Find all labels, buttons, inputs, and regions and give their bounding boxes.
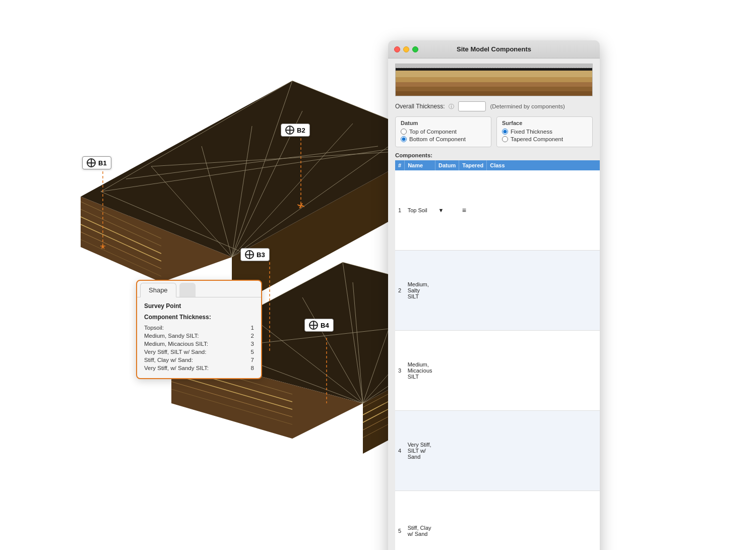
table-row[interactable]: 1 Top Soil ▼ ≡ Topsoil MT — [395, 170, 600, 251]
survey-point-b4: B4 — [304, 319, 334, 332]
datum-option-0[interactable]: Top of Component — [401, 129, 486, 135]
cell-tapered — [459, 331, 487, 411]
cell-num: 2 — [395, 251, 405, 331]
surface-option-label-0: Fixed Thickness — [511, 129, 552, 135]
popup-sub-title: Component Thickness: — [144, 314, 254, 321]
thickness-row-1: Medium, Sandy SILT: 2 — [144, 332, 254, 340]
determined-by-note: (Determined by components) — [490, 103, 564, 109]
cell-datum — [435, 411, 459, 491]
cell-tapered — [459, 491, 487, 551]
thickness-label: Very Stiff, SILT w/ Sand: — [144, 349, 206, 355]
thickness-row-4: Stiff, Clay w/ Sand: 7 — [144, 356, 254, 364]
dialog-title-bar: Site Model Components — [388, 40, 600, 58]
tab-other[interactable] — [179, 283, 196, 297]
cell-name: Top Soil — [405, 170, 435, 251]
table-row[interactable]: 5 Stiff, Clay w/ Sand Red Brown Lean Cla… — [395, 491, 600, 551]
cell-class — [487, 491, 600, 551]
datum-option-label-1: Bottom of Component — [409, 136, 466, 142]
cell-class — [487, 331, 600, 411]
table-header-row: # Name Datum Tapered Class Material — [395, 160, 600, 170]
surface-option-label-1: Tapered Component — [511, 136, 563, 142]
thickness-value: 3 — [251, 341, 254, 347]
datum-radio-top[interactable] — [401, 129, 407, 135]
datum-radio-bottom[interactable] — [401, 136, 407, 142]
crosshair-icon — [87, 158, 96, 167]
minimize-button[interactable] — [403, 46, 409, 52]
cell-name: Medium, Micacious SILT — [405, 331, 435, 411]
cell-datum — [435, 251, 459, 331]
site-model-components-dialog: Site Model Components Overall Thickness:… — [388, 40, 600, 550]
datum-option-1[interactable]: Bottom of Component — [401, 136, 486, 142]
thickness-label: Medium, Micacious SILT: — [144, 341, 208, 347]
popup-section-title: Survey Point — [144, 302, 254, 310]
datum-surface-row: Datum Top of Component Bottom of Compone… — [395, 116, 593, 147]
thickness-row-2: Medium, Micacious SILT: 3 — [144, 340, 254, 348]
surface-label: Surface — [502, 120, 587, 126]
thickness-value: 2 — [251, 333, 254, 339]
popup-body: Survey Point Component Thickness: Topsoi… — [137, 297, 261, 378]
thickness-label: Stiff, Clay w/ Sand: — [144, 357, 193, 363]
cell-num: 4 — [395, 411, 405, 491]
components-label: Components: — [395, 152, 593, 158]
table-row[interactable]: 3 Medium, Micacious SILT Micacious Silt … — [395, 331, 600, 411]
surface-option-0[interactable]: Fixed Thickness — [502, 129, 587, 135]
overall-thickness-row: Overall Thickness: ⓘ (Determined by comp… — [395, 101, 593, 111]
col-header-num: # — [395, 160, 405, 170]
cell-num: 1 — [395, 170, 405, 251]
components-table: # Name Datum Tapered Class Material 1 To… — [395, 160, 600, 550]
dialog-body: Overall Thickness: ⓘ (Determined by comp… — [388, 58, 600, 550]
survey-label-text: B4 — [321, 322, 329, 329]
thickness-row-5: Very Stiff, w/ Sandy SILT: 8 — [144, 364, 254, 372]
cell-datum: ▼ — [435, 170, 459, 251]
col-header-name: Name — [405, 160, 435, 170]
cell-num: 5 — [395, 491, 405, 551]
survey-label-text: B3 — [257, 251, 265, 259]
table-body: 1 Top Soil ▼ ≡ Topsoil MT 2 Medium, Salt… — [395, 170, 600, 550]
close-button[interactable] — [394, 46, 400, 52]
survey-point-b2: B2 — [281, 124, 310, 137]
cell-name: Very Stiff, SILT w/ Sand — [405, 411, 435, 491]
surface-radio-tapered[interactable] — [502, 136, 508, 142]
thickness-label: Topsoil: — [144, 325, 164, 331]
surface-option-1[interactable]: Tapered Component — [502, 136, 587, 142]
surface-radio-fixed[interactable] — [502, 129, 508, 135]
overall-thickness-input[interactable] — [458, 101, 486, 111]
overall-thickness-info-icon: ⓘ — [449, 103, 454, 110]
thickness-row-3: Very Stiff, SILT w/ Sand: 5 — [144, 348, 254, 356]
survey-label-text: B2 — [297, 127, 305, 134]
tab-bar: Shape — [137, 281, 261, 297]
col-header-tapered: Tapered — [459, 160, 487, 170]
datum-label: Datum — [401, 120, 486, 126]
cell-tapered: ≡ — [459, 170, 487, 251]
col-header-datum: Datum — [435, 160, 459, 170]
cell-datum — [435, 491, 459, 551]
datum-box: Datum Top of Component Bottom of Compone… — [395, 116, 491, 147]
cell-num: 3 — [395, 331, 405, 411]
cell-name: Medium, Salty SILT — [405, 251, 435, 331]
survey-point-b1: B1 — [82, 156, 111, 169]
cell-datum — [435, 331, 459, 411]
thickness-value: 8 — [251, 365, 254, 371]
thickness-value: 5 — [251, 349, 254, 355]
cell-tapered — [459, 411, 487, 491]
tab-shape[interactable]: Shape — [140, 283, 176, 297]
layer-preview — [395, 64, 593, 96]
crosshair-icon — [285, 126, 294, 135]
overall-thickness-label: Overall Thickness: — [395, 103, 445, 110]
col-header-class: Class — [487, 160, 600, 170]
cell-tapered — [459, 251, 487, 331]
thickness-label: Medium, Sandy SILT: — [144, 333, 199, 339]
thickness-row-0: Topsoil: 1 — [144, 324, 254, 332]
shape-popup: Shape Survey Point Component Thickness: … — [136, 280, 262, 379]
cell-class — [487, 251, 600, 331]
surface-box: Surface Fixed Thickness Tapered Componen… — [496, 116, 593, 147]
crosshair-icon — [245, 250, 254, 259]
survey-point-b3: B3 — [240, 248, 270, 261]
window-traffic-lights — [394, 46, 418, 52]
cell-class — [487, 411, 600, 491]
thickness-label: Very Stiff, w/ Sandy SILT: — [144, 365, 209, 371]
thickness-value: 1 — [251, 325, 254, 331]
maximize-button[interactable] — [412, 46, 418, 52]
table-row[interactable]: 2 Medium, Salty SILT Sand and Clay Silt … — [395, 251, 600, 331]
table-row[interactable]: 4 Very Stiff, SILT w/ Sand Red Brown Sil… — [395, 411, 600, 491]
